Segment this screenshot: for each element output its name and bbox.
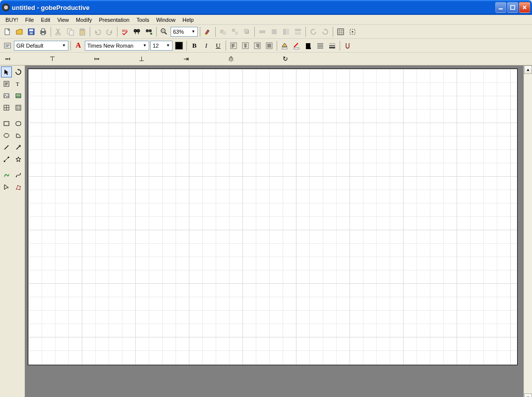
bring-front-button[interactable] — [241, 26, 252, 37]
canvas-viewport[interactable] — [25, 66, 524, 397]
rectangle-tool[interactable] — [1, 118, 12, 129]
save-button[interactable] — [26, 26, 37, 37]
menu-view[interactable]: View — [54, 16, 72, 24]
paste-button[interactable] — [77, 26, 88, 37]
style-picker-button[interactable] — [2, 40, 13, 51]
arrange-2-button[interactable] — [269, 26, 280, 37]
image-tool[interactable] — [1, 90, 12, 101]
svg-rect-27 — [232, 29, 235, 32]
copy-button[interactable] — [65, 26, 76, 37]
tab-right-icon[interactable]: ⤠ — [94, 55, 100, 63]
italic-button[interactable]: I — [201, 40, 212, 51]
menu-tools[interactable]: Tools — [133, 16, 153, 24]
font-size-dropdown[interactable]: 12▼ — [150, 41, 173, 51]
find-replace-button[interactable] — [143, 26, 154, 37]
svg-rect-48 — [306, 48, 311, 49]
menu-buy[interactable]: BUY! — [2, 16, 22, 24]
freehand-tool[interactable] — [1, 170, 12, 181]
cut-button[interactable] — [53, 26, 64, 37]
close-button[interactable] — [519, 2, 530, 13]
text-frame-tool[interactable] — [1, 78, 12, 89]
grid-toggle-button[interactable] — [335, 26, 346, 37]
scroll-down-button[interactable]: ▼ — [524, 394, 532, 397]
line-tool[interactable] — [1, 142, 12, 153]
open-button[interactable] — [14, 26, 25, 37]
tab-decimal-icon[interactable]: ⊥ — [139, 55, 144, 63]
bold-button[interactable]: B — [189, 40, 200, 51]
rotate-tool[interactable] — [13, 66, 24, 77]
zoom-button[interactable]: + — [159, 26, 170, 37]
rotate-left-button[interactable] — [308, 26, 319, 37]
line-weight-button[interactable] — [327, 40, 338, 51]
arrange-3-button[interactable] — [281, 26, 292, 37]
ruler-bar[interactable]: ⤟ ⊤ ⤠ ⊥ ⇥ ⫛ ↻ — [0, 53, 532, 66]
zoom-dropdown[interactable]: 63%▼ — [171, 27, 198, 37]
fill-color-button[interactable] — [279, 40, 290, 51]
svg-point-0 — [4, 5, 8, 9]
pointer-tool[interactable] — [1, 66, 12, 77]
menu-window[interactable]: Window — [153, 16, 179, 24]
arrow-tool[interactable] — [13, 142, 24, 153]
tab-left-icon[interactable]: ⤟ — [5, 55, 10, 63]
line-style-button[interactable] — [315, 40, 326, 51]
edit-points-tool[interactable] — [1, 182, 12, 193]
svg-rect-42 — [242, 43, 248, 49]
vertical-scrollbar[interactable]: ▲ ▼ — [524, 66, 532, 397]
effects-button[interactable] — [342, 40, 353, 51]
style-dropdown[interactable]: GR Default▼ — [14, 41, 68, 51]
align-center-button[interactable] — [240, 40, 251, 51]
line-color-button[interactable] — [291, 40, 302, 51]
print-button[interactable] — [38, 26, 49, 37]
spellcheck-button[interactable]: abc — [119, 26, 130, 37]
font-color-button[interactable] — [174, 40, 184, 51]
connector-tool[interactable] — [1, 154, 12, 165]
new-button[interactable] — [2, 26, 13, 37]
scroll-up-button[interactable]: ▲ — [524, 66, 532, 74]
group-button[interactable] — [218, 26, 229, 37]
align-left-button[interactable] — [228, 40, 239, 51]
drawing-canvas[interactable] — [28, 68, 518, 365]
align-justify-button[interactable] — [264, 40, 275, 51]
undo-button[interactable] — [92, 26, 103, 37]
arc-tool[interactable] — [13, 130, 24, 141]
shadow-color-button[interactable] — [303, 40, 314, 51]
minimize-button[interactable] — [495, 2, 506, 13]
tab-center-icon[interactable]: ⊤ — [50, 55, 55, 63]
menu-file[interactable]: File — [22, 16, 38, 24]
maximize-button[interactable] — [507, 2, 518, 13]
find-button[interactable] — [131, 26, 142, 37]
main-area: T — [0, 66, 532, 397]
menu-help[interactable]: Help — [179, 16, 197, 24]
star-tool[interactable] — [13, 154, 24, 165]
rounded-rect-tool[interactable] — [13, 118, 24, 129]
spreadsheet-tool[interactable] — [13, 102, 24, 113]
arrange-1-button[interactable] — [257, 26, 268, 37]
svg-point-39 — [352, 31, 354, 32]
highlight-button[interactable] — [202, 26, 213, 37]
ellipse-tool[interactable] — [1, 130, 12, 141]
font-value: Times New Roman — [87, 43, 142, 49]
table-tool[interactable] — [1, 102, 12, 113]
polygon-tool[interactable] — [13, 182, 24, 193]
text-tool[interactable]: T — [13, 78, 24, 89]
indent-icon[interactable]: ⫛ — [228, 55, 235, 63]
align-right-button[interactable] — [252, 40, 263, 51]
vscroll-track[interactable] — [524, 74, 532, 394]
rotate-right-button[interactable] — [320, 26, 331, 37]
redo-button[interactable] — [104, 26, 115, 37]
menu-presentation[interactable]: Presentation — [95, 16, 133, 24]
svg-rect-41 — [231, 43, 236, 49]
underline-button[interactable]: U — [213, 40, 224, 51]
font-dropdown[interactable]: Times New Roman▼ — [85, 41, 149, 51]
svg-rect-6 — [30, 32, 33, 34]
picture-tool[interactable] — [13, 90, 24, 101]
refresh-icon[interactable]: ↻ — [283, 55, 288, 63]
menu-modify[interactable]: Modify — [72, 16, 95, 24]
tab-bar-icon[interactable]: ⇥ — [183, 55, 189, 63]
arrange-4-button[interactable] — [293, 26, 303, 37]
ungroup-button[interactable] — [230, 26, 240, 37]
menu-edit[interactable]: Edit — [37, 16, 54, 24]
snap-button[interactable] — [347, 26, 358, 37]
svg-rect-15 — [81, 29, 84, 30]
bezier-tool[interactable] — [13, 170, 24, 181]
